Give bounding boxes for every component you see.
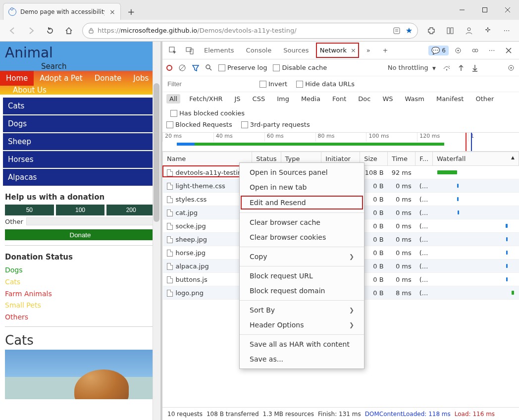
issue-icon: 💬: [431, 47, 440, 54]
type-filter-manifest[interactable]: Manifest: [433, 94, 467, 104]
issues-button[interactable]: 💬6: [428, 46, 449, 55]
device-icon[interactable]: [182, 44, 197, 57]
svg-rect-5: [394, 28, 400, 34]
upload-har-icon[interactable]: [458, 64, 465, 72]
column-f[interactable]: F...: [415, 152, 433, 166]
tab-console[interactable]: Console: [241, 43, 277, 58]
settings-icon[interactable]: [451, 44, 466, 57]
nav-about-us[interactable]: About Us: [7, 83, 52, 98]
type-filter-js[interactable]: JS: [231, 94, 243, 104]
nav-donate[interactable]: Donate: [89, 71, 128, 86]
download-har-icon[interactable]: [471, 64, 478, 72]
menu-save-as-[interactable]: Save as...: [240, 352, 364, 367]
menu-block-request-domain[interactable]: Block request domain: [240, 283, 364, 298]
disable-cache-checkbox[interactable]: Disable cache: [273, 64, 327, 71]
collections-button[interactable]: [442, 23, 459, 39]
reader-icon[interactable]: [393, 27, 401, 35]
preserve-log-checkbox[interactable]: Preserve log: [218, 64, 267, 71]
filter-icon[interactable]: [192, 64, 199, 71]
hide-data-urls-checkbox[interactable]: Hide data URLs: [296, 80, 355, 88]
type-filter-img[interactable]: Img: [274, 94, 292, 104]
scrollbar-thumb[interactable]: [154, 83, 159, 222]
tab-sources[interactable]: Sources: [278, 43, 313, 58]
menu-edit-and-resend[interactable]: Edit and Resend: [240, 195, 364, 210]
category-alpacas[interactable]: Alpacas: [3, 169, 157, 186]
other-amount-input[interactable]: [26, 217, 156, 225]
home-button[interactable]: [60, 23, 77, 39]
extensions-button[interactable]: [423, 23, 440, 39]
donate-button[interactable]: Donate: [5, 229, 156, 240]
record-button[interactable]: [166, 65, 172, 71]
menu-clear-browser-cache[interactable]: Clear browser cache: [240, 215, 364, 230]
back-button[interactable]: [4, 23, 21, 39]
menu-block-request-url[interactable]: Block request URL: [240, 268, 364, 283]
column-waterfall[interactable]: Waterfall▲: [433, 152, 519, 166]
profile-button[interactable]: [461, 23, 477, 39]
category-cats[interactable]: Cats: [3, 98, 157, 114]
more-tabs-icon[interactable]: »: [361, 44, 376, 57]
type-filter-ws[interactable]: WS: [379, 94, 396, 104]
category-dogs[interactable]: Dogs: [3, 115, 157, 132]
filter-input[interactable]: [166, 80, 251, 88]
more-button[interactable]: ⋯: [498, 23, 515, 39]
type-filter-font[interactable]: Font: [329, 94, 349, 104]
invert-checkbox[interactable]: Invert: [260, 80, 287, 88]
type-filter-media[interactable]: Media: [298, 94, 323, 104]
donate-preset-50[interactable]: 50: [5, 205, 54, 215]
menu-clear-browser-cookies[interactable]: Clear browser cookies: [240, 230, 364, 245]
network-settings-icon[interactable]: [507, 64, 515, 72]
donate-preset-200[interactable]: 200: [106, 205, 156, 215]
nav-jobs[interactable]: Jobs: [127, 71, 155, 86]
type-filter-css[interactable]: CSS: [250, 94, 268, 104]
search-icon[interactable]: [205, 64, 212, 71]
sparkle-button[interactable]: [479, 23, 496, 39]
menu-save-all-as-har-with-content[interactable]: Save all as HAR with content: [240, 337, 364, 352]
maximize-button[interactable]: [473, 0, 496, 20]
timeline-overview[interactable]: 20 ms40 ms60 ms80 ms100 ms120 ms1: [162, 133, 519, 152]
scrollbar-track[interactable]: [153, 42, 160, 420]
type-filter-fetchxhr[interactable]: Fetch/XHR: [186, 94, 225, 104]
category-horses[interactable]: Horses: [3, 151, 157, 168]
menu-copy[interactable]: Copy❯: [240, 249, 364, 264]
type-filter-doc[interactable]: Doc: [355, 94, 373, 104]
browser-tab[interactable]: Demo page with accessibility iss ×: [3, 3, 121, 20]
type-filter-other[interactable]: Other: [472, 94, 497, 104]
inspect-icon[interactable]: [165, 44, 180, 57]
menu-sort-by[interactable]: Sort By❯: [240, 303, 364, 317]
donate-preset-100[interactable]: 100: [56, 205, 105, 215]
column-name[interactable]: Name: [163, 152, 252, 166]
file-icon: [167, 290, 173, 297]
tick: 1: [468, 133, 519, 142]
blocked-requests-checkbox[interactable]: Blocked Requests: [166, 121, 232, 128]
close-window-button[interactable]: [496, 0, 519, 20]
feedback-icon[interactable]: [467, 44, 482, 57]
reload-button[interactable]: [42, 23, 58, 39]
minimize-button[interactable]: [451, 0, 473, 20]
add-tab-icon[interactable]: +: [378, 44, 393, 57]
type-filter-wasm[interactable]: Wasm: [402, 94, 427, 104]
clear-icon[interactable]: [178, 64, 186, 72]
menu-open-in-sources-panel[interactable]: Open in Sources panel: [240, 165, 364, 180]
tab-elements[interactable]: Elements: [199, 43, 239, 58]
favorite-icon[interactable]: ★: [406, 26, 413, 35]
close-tab-icon[interactable]: ×: [109, 8, 115, 16]
has-blocked-cookies-checkbox[interactable]: Has blocked cookies: [170, 109, 245, 117]
footer-requests: 10 requests: [167, 411, 203, 418]
network-conditions-icon[interactable]: [443, 64, 451, 72]
devtools-more-icon[interactable]: ⋯: [484, 44, 499, 57]
footer-finish: Finish: 131 ms: [318, 411, 361, 418]
forward-button[interactable]: [23, 23, 40, 39]
column-time[interactable]: Time: [388, 152, 415, 166]
third-party-checkbox[interactable]: 3rd-party requests: [241, 121, 310, 128]
address-bar[interactable]: https://microsoftedge.github.io/Demos/de…: [82, 23, 418, 39]
menu-open-in-new-tab[interactable]: Open in new tab: [240, 180, 364, 195]
category-sheep[interactable]: Sheep: [3, 133, 157, 150]
close-tab-icon[interactable]: ×: [351, 47, 356, 54]
devtools-pane: Elements Console Sources Network × » + 💬…: [162, 42, 519, 420]
throttling-dropdown[interactable]: No throttling ▼: [388, 64, 436, 71]
devtools-close-icon[interactable]: [501, 44, 516, 57]
new-tab-button[interactable]: +: [124, 4, 139, 19]
type-filter-all[interactable]: All: [166, 94, 180, 104]
tab-network[interactable]: Network: [319, 45, 348, 56]
menu-header-options[interactable]: Header Options❯: [240, 317, 364, 332]
